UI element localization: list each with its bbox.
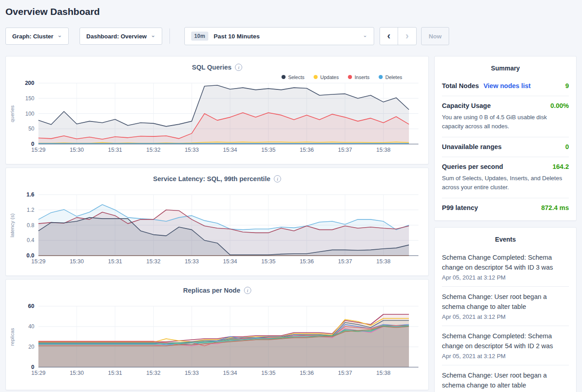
legend-label: Deletes [385, 75, 402, 80]
chart-title-row: Replicas per Node i [6, 280, 428, 294]
summary-metric-value: 0 [565, 143, 569, 150]
summary-metric-note: Sum of Selects, Updates, Inserts, and De… [442, 174, 569, 191]
legend-dot-icon [282, 75, 286, 79]
sidebar-column: Summary Total NodesView nodes list9Capac… [434, 56, 577, 392]
summary-metric-label: Queries per second [442, 163, 503, 170]
summary-row-header: Total NodesView nodes list9 [442, 82, 569, 89]
time-range-label: Past 10 Minutes [214, 33, 260, 40]
chart-plot-area: latency (s) 0.00.40.81.21.615:2915:3015:… [38, 195, 418, 256]
events-panel: Events Schema Change Completed: Schema c… [434, 227, 577, 392]
x-axis-tick: 15:29 [31, 147, 45, 153]
chart-canvas[interactable] [38, 195, 418, 256]
next-time-window-button[interactable]: › [398, 28, 416, 45]
legend-label: Selects [288, 75, 305, 80]
graph-scope-dropdown[interactable]: Graph: Cluster ⌄ [5, 28, 69, 45]
y-axis-tick: 200 [25, 80, 34, 86]
dashboard-dropdown-label: Dashboard: Overview [86, 33, 147, 40]
x-axis-tick: 15:31 [108, 370, 122, 376]
summary-metric-note: You are using 0 B of 4.5 GiB usable disk… [442, 113, 569, 131]
x-axis-tick: 15:29 [31, 370, 45, 376]
x-axis-tick: 15:30 [70, 370, 84, 376]
x-axis-tick: 15:30 [70, 258, 84, 265]
charts-column: SQL Queries i SelectsUpdatesInsertsDelet… [5, 56, 429, 390]
y-axis-tick: 20 [28, 344, 34, 350]
summary-row: Unavailable ranges0 [442, 137, 569, 157]
legend-item-selects[interactable]: Selects [282, 75, 305, 80]
y-axis-tick: 60 [28, 303, 34, 309]
time-range-dropdown[interactable]: 10m Past 10 Minutes ⌄ [184, 27, 374, 45]
event-message: Schema Change: User root began a schema … [442, 292, 569, 312]
y-axis-tick: 150 [25, 95, 34, 102]
summary-row: Capacity Usage0.00%You are using 0 B of … [442, 96, 569, 137]
summary-row-header: Unavailable ranges0 [442, 143, 569, 150]
x-axis-tick: 15:38 [376, 370, 390, 376]
x-axis-tick: 15:33 [185, 370, 199, 376]
x-axis-tick: 15:35 [261, 258, 275, 265]
x-axis-tick: 15:30 [70, 147, 84, 153]
now-button[interactable]: Now [421, 27, 450, 45]
x-axis-tick: 15:34 [223, 258, 237, 265]
summary-row-header: P99 latency872.4 ms [442, 204, 569, 211]
y-axis-tick: 100 [25, 111, 34, 117]
event-timestamp: Apr 05, 2021 at 3:12 PM [442, 353, 569, 359]
chart-title-row: Service Latency: SQL, 99th percentile i [6, 168, 428, 182]
replicas-per-node-panel: Replicas per Node i replicas 020406015:2… [5, 279, 429, 390]
chart-canvas[interactable] [38, 306, 418, 367]
time-window-pager: ‹ › [380, 27, 417, 45]
y-axis-label: latency (s) [9, 213, 15, 237]
x-axis-tick: 15:33 [185, 258, 199, 265]
chevron-right-icon: › [405, 30, 408, 42]
info-icon[interactable]: i [244, 287, 251, 294]
legend-dot-icon [379, 75, 383, 79]
dashboard-dropdown[interactable]: Dashboard: Overview ⌄ [80, 28, 162, 45]
chart-legend: SelectsUpdatesInsertsDeletes [6, 71, 428, 83]
event-timestamp: Apr 05, 2021 at 3:12 PM [442, 274, 569, 281]
legend-dot-icon [348, 75, 352, 79]
event-message: Schema Change: User root began a schema … [442, 370, 569, 391]
event-list-item[interactable]: Schema Change Completed: Schema change o… [442, 247, 569, 286]
chart-canvas[interactable] [38, 83, 418, 144]
legend-item-updates[interactable]: Updates [314, 75, 339, 80]
previous-time-window-button[interactable]: ‹ [380, 28, 398, 45]
x-axis-tick: 15:36 [300, 147, 314, 153]
summary-row: Queries per second164.2Sum of Selects, U… [442, 157, 569, 198]
info-icon[interactable]: i [274, 175, 281, 182]
y-axis-tick: 1.2 [27, 207, 34, 213]
summary-metric-label: Total Nodes [442, 82, 479, 89]
y-axis-tick: 50 [28, 126, 34, 132]
time-range-badge: 10m [191, 32, 208, 41]
x-axis-tick: 15:36 [300, 258, 314, 265]
legend-item-deletes[interactable]: Deletes [379, 75, 402, 80]
summary-metric-label: P99 latency [442, 204, 478, 211]
view-nodes-list-link[interactable]: View nodes list [483, 82, 531, 89]
x-axis-tick: 15:31 [108, 147, 122, 153]
chart-plot-area: replicas 020406015:2915:3015:3115:3215:3… [38, 306, 418, 367]
x-axis-tick: 15:35 [261, 370, 275, 376]
legend-label: Inserts [355, 75, 370, 80]
x-axis-tick: 15:29 [31, 258, 45, 265]
y-axis-tick: 0.4 [27, 237, 34, 243]
chevron-down-icon: ⌄ [363, 32, 367, 38]
event-message: Schema Change Completed: Schema change o… [442, 331, 569, 351]
event-list-item[interactable]: Schema Change: User root began a schema … [442, 286, 569, 326]
summary-row-header: Capacity Usage0.00% [442, 102, 569, 109]
event-list-item[interactable]: Schema Change Completed: Schema change o… [442, 326, 569, 365]
x-axis-tick: 15:35 [261, 147, 275, 153]
chart-title: Replicas per Node [183, 287, 240, 294]
event-message: Schema Change Completed: Schema change o… [442, 252, 569, 273]
y-axis-tick: 40 [28, 323, 34, 330]
info-icon[interactable]: i [235, 64, 242, 71]
legend-item-inserts[interactable]: Inserts [348, 75, 370, 80]
summary-metric-value: 9 [565, 82, 569, 89]
chart-title: Service Latency: SQL, 99th percentile [153, 175, 271, 182]
summary-metric-value: 164.2 [553, 163, 569, 170]
y-axis-tick: 0 [31, 364, 34, 370]
x-axis-tick: 15:32 [146, 370, 160, 376]
graph-scope-dropdown-label: Graph: Cluster [12, 33, 53, 40]
x-axis-tick: 15:34 [223, 147, 237, 153]
event-list-item[interactable]: Schema Change: User root began a schema … [442, 365, 569, 392]
dashboard-main: SQL Queries i SelectsUpdatesInsertsDelet… [5, 56, 577, 392]
page-title: Overview Dashboard [5, 6, 577, 17]
chevron-down-icon: ⌄ [151, 33, 155, 38]
x-axis-tick: 15:31 [108, 258, 122, 265]
